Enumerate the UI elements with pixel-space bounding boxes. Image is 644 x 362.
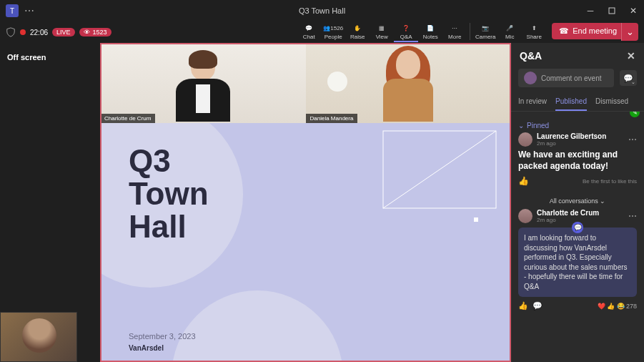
people-icon: 👥1526 — [323, 24, 343, 34]
teams-icon: T — [6, 4, 19, 17]
post-body: 💬 I am looking forward to discussing how… — [518, 228, 637, 297]
off-screen-label: Off screen — [7, 53, 93, 62]
comment-input[interactable]: Comment on event — [518, 69, 614, 87]
qa-panel: Q&A ✕ Comment on event 💬⌄ In review Publ… — [511, 43, 644, 362]
mic-button[interactable]: 🎤Mic — [497, 23, 522, 41]
meeting-toolbar: 22:06 LIVE 👁 1523 💬Chat 👥1526People ✋Rai… — [0, 21, 644, 43]
notes-icon: 📄 — [427, 24, 434, 34]
qa-post: Laurence Gilbertson 2m ago ⋯ We have an … — [518, 132, 637, 186]
new-activity-badge[interactable]: ✎ — [630, 112, 640, 117]
post-text: We have an exciting and packed agenda to… — [518, 150, 637, 172]
window-title: Q3 Town Hall — [299, 6, 345, 15]
reaction-count: ❤️ 👍 😂 278 — [598, 303, 637, 310]
chat-button[interactable]: 💬Chat — [297, 23, 321, 41]
like-hint: Be the first to like this — [583, 178, 637, 185]
more-icon: ⋯ — [452, 24, 457, 34]
qa-button[interactable]: ❓Q&A — [394, 23, 418, 42]
qa-post: Charlotte de Crum 2m ago ⋯ 💬 I am lookin… — [518, 209, 637, 310]
view-button[interactable]: ▦View — [370, 23, 394, 41]
post-author: Charlotte de Crum — [537, 209, 599, 217]
hand-icon: ✋ — [354, 24, 361, 34]
all-conversations-toggle[interactable]: All conversations ⌄ — [518, 193, 637, 209]
svg-rect-0 — [609, 8, 615, 14]
qa-icon: ❓ — [402, 24, 410, 34]
post-more-button[interactable]: ⋯ — [628, 134, 637, 145]
avatar — [518, 132, 532, 147]
post-author: Laurence Gilbertson — [537, 132, 606, 140]
post-time: 2m ago — [537, 140, 606, 147]
minimize-button[interactable]: ─ — [580, 0, 601, 21]
attachment-icon: 💬 — [572, 222, 583, 233]
more-button[interactable]: ⋯More — [442, 23, 467, 41]
like-button[interactable]: 👍 — [518, 176, 529, 186]
end-meeting-button[interactable]: ☎End meeting — [552, 23, 624, 39]
camera-button[interactable]: 📷Camera — [473, 23, 497, 41]
chevron-down-icon: ⌄ — [600, 197, 605, 205]
chat-icon: 💬 — [305, 24, 312, 34]
mic-icon: 🎤 — [506, 24, 513, 34]
raise-hand-button[interactable]: ✋Raise — [345, 23, 370, 41]
reply-button[interactable]: 💬 — [532, 301, 543, 310]
grid-icon: ▦ — [379, 24, 385, 34]
share-icon: ⬆ — [532, 24, 537, 34]
self-video-thumbnail[interactable] — [0, 312, 77, 362]
tab-dismissed[interactable]: Dismissed — [595, 93, 628, 111]
share-button[interactable]: ⬆Share — [522, 23, 546, 41]
meeting-timer: 22:06 — [30, 29, 48, 36]
viewers-badge: 👁 1523 — [79, 28, 112, 36]
titlebar-more-button[interactable]: ⋯ — [19, 0, 40, 21]
pinned-section-label[interactable]: ⌄Pinned — [518, 122, 637, 129]
phone-down-icon: ☎ — [559, 26, 569, 36]
stage: Charlotte de Crum Daniela Mandera Q3 Tow… — [100, 43, 511, 362]
off-screen-panel: Off screen — [0, 43, 100, 362]
tab-published[interactable]: Published — [555, 93, 587, 111]
camera-icon: 📷 — [482, 24, 489, 34]
like-button[interactable]: 👍 — [518, 301, 528, 310]
tab-in-review[interactable]: In review — [518, 93, 547, 111]
people-button[interactable]: 👥1526People — [321, 23, 345, 41]
qa-panel-title: Q&A — [520, 50, 542, 62]
end-meeting-split-button[interactable]: ⌄ — [621, 23, 638, 41]
post-time: 2m ago — [537, 217, 599, 223]
post-more-button[interactable]: ⋯ — [628, 211, 637, 221]
maximize-button[interactable] — [601, 0, 623, 21]
notes-button[interactable]: 📄Notes — [418, 23, 442, 41]
close-icon[interactable]: ✕ — [627, 50, 635, 62]
live-badge: LIVE — [52, 28, 75, 36]
avatar — [518, 209, 532, 223]
chevron-down-icon: ⌄ — [518, 122, 524, 129]
window-close-button[interactable]: ✕ — [623, 0, 644, 21]
shield-icon — [6, 27, 16, 37]
title-bar: T Q3 Town Hall ⋯ ─ ✕ — [0, 0, 644, 21]
avatar — [524, 72, 537, 84]
recording-icon — [20, 29, 26, 35]
comment-sort-button[interactable]: 💬⌄ — [620, 70, 637, 86]
